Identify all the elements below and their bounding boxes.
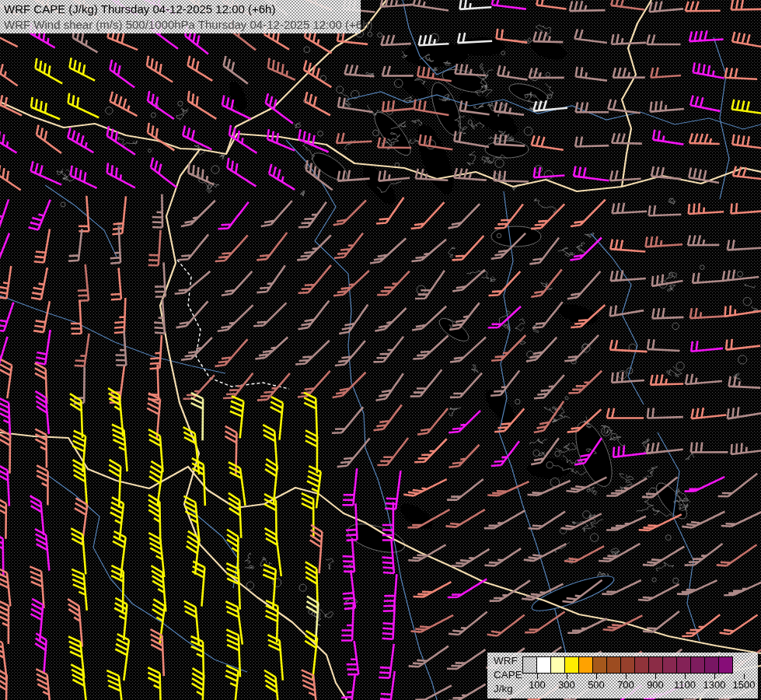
legend-swatch [620, 656, 635, 674]
legend-label-unit: J/kg [494, 682, 522, 696]
legend-swatch [550, 656, 565, 674]
cape-legend: WRF CAPE J/kg 10030050070090011001300150… [487, 653, 758, 698]
legend-tick [537, 674, 538, 679]
legend-swatch [718, 656, 733, 674]
legend-tick [626, 674, 627, 679]
title-bar: WRF CAPE (J/kg) Thursday 04-12-2025 12:0… [0, 0, 361, 33]
legend-label-model: WRF [494, 654, 522, 668]
legend-tick [714, 674, 715, 679]
legend-tick [596, 674, 597, 679]
legend-label: WRF CAPE J/kg [494, 654, 522, 696]
legend-swatch [704, 656, 719, 674]
legend-swatches [522, 656, 732, 674]
legend-label-variable: CAPE [494, 668, 522, 682]
legend-swatch [690, 656, 705, 674]
legend-swatch [634, 656, 649, 674]
legend-swatch [676, 656, 691, 674]
legend-tick-label: 1500 [727, 679, 761, 691]
legend-tick [655, 674, 656, 679]
legend-tick [744, 674, 745, 679]
legend-swatch [564, 656, 579, 674]
legend-tick [567, 674, 567, 679]
wrf-weather-map: WRF CAPE (J/kg) Thursday 04-12-2025 12:0… [0, 0, 761, 700]
legend-swatch [648, 656, 663, 674]
map-title-cape: WRF CAPE (J/kg) Thursday 04-12-2025 12:0… [4, 1, 361, 17]
legend-swatch [662, 656, 677, 674]
map-title-windshear: WRF Wind shear (m/s) 500/1000hPa Thursda… [4, 17, 361, 33]
legend-swatch [592, 656, 607, 674]
legend-swatch [522, 656, 537, 674]
legend-tick [685, 674, 686, 679]
map-canvas [0, 0, 761, 700]
legend-swatch [536, 656, 551, 674]
legend-swatch [606, 656, 621, 674]
legend-swatch [578, 656, 593, 674]
